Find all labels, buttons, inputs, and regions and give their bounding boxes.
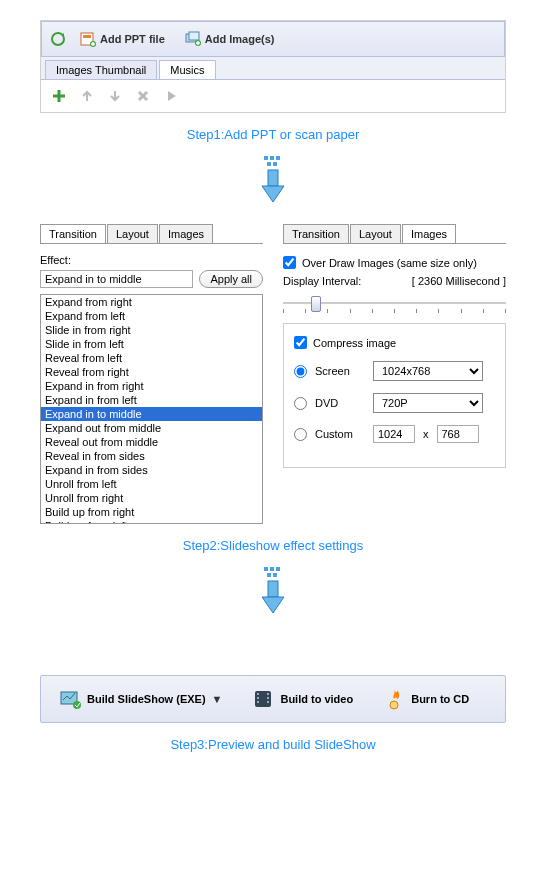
build-video-label: Build to video <box>280 693 353 705</box>
burn-cd-button[interactable]: Burn to CD <box>377 684 475 714</box>
effect-input[interactable] <box>40 270 193 288</box>
tab-layout-r[interactable]: Layout <box>350 224 401 243</box>
dvd-label: DVD <box>315 397 365 409</box>
arrow-down-icon[interactable] <box>107 88 123 104</box>
compress-label: Compress image <box>313 337 396 349</box>
svg-rect-5 <box>189 32 199 40</box>
effect-item[interactable]: Build up from right <box>41 505 262 519</box>
custom-label: Custom <box>315 428 365 440</box>
effect-item[interactable]: Unroll from right <box>41 491 262 505</box>
x-label: x <box>423 428 429 440</box>
top-panel: Add PPT file Add Image(s) Images Thumbna… <box>40 20 506 113</box>
tab-images-thumbnail[interactable]: Images Thumbnail <box>45 60 157 79</box>
svg-rect-23 <box>257 697 259 699</box>
effect-item[interactable]: Reveal out from middle <box>41 435 262 449</box>
effect-label: Effect: <box>40 254 263 266</box>
display-interval-value: [ 2360 Millisecond ] <box>412 275 506 287</box>
chevron-down-icon: ▼ <box>212 693 223 705</box>
flame-icon <box>383 688 405 710</box>
ppt-icon <box>80 31 96 47</box>
step1-label: Step1:Add PPT or scan paper <box>40 127 506 142</box>
custom-height[interactable] <box>437 425 479 443</box>
screen-label: Screen <box>315 365 365 377</box>
build-video-button[interactable]: Build to video <box>246 684 359 714</box>
svg-rect-25 <box>267 693 269 695</box>
svg-point-20 <box>73 701 81 709</box>
burn-cd-label: Burn to CD <box>411 693 469 705</box>
effect-item[interactable]: Unroll from left <box>41 477 262 491</box>
tab-transition[interactable]: Transition <box>40 224 106 243</box>
svg-rect-2 <box>83 35 91 38</box>
arrow-2 <box>40 567 506 617</box>
effect-item[interactable]: Slide in from left <box>41 337 262 351</box>
tab-transition-r[interactable]: Transition <box>283 224 349 243</box>
effect-item[interactable]: Slide in from right <box>41 323 262 337</box>
svg-rect-26 <box>267 697 269 699</box>
svg-rect-10 <box>267 162 271 166</box>
dvd-combo[interactable]: 720P <box>373 393 483 413</box>
build-slideshow-button[interactable]: Build SlideShow (EXE) ▼ <box>53 684 228 714</box>
svg-rect-18 <box>268 581 278 597</box>
arrow-1 <box>40 156 506 206</box>
step2-label: Step2:Slideshow effect settings <box>40 538 506 553</box>
slideshow-icon <box>59 688 81 710</box>
svg-rect-13 <box>264 567 268 571</box>
effect-item[interactable]: Build up from left <box>41 519 262 524</box>
effects-listbox[interactable]: Expand from rightExpand from leftSlide i… <box>40 294 263 524</box>
effect-item[interactable]: Reveal from left <box>41 351 262 365</box>
effect-item[interactable]: Reveal in from sides <box>41 449 262 463</box>
refresh-icon[interactable] <box>50 31 66 47</box>
play-icon[interactable] <box>163 88 179 104</box>
svg-rect-16 <box>267 573 271 577</box>
effect-item[interactable]: Reveal from right <box>41 365 262 379</box>
top-tabs: Images Thumbnail Musics <box>41 57 505 80</box>
interval-slider[interactable] <box>283 293 506 313</box>
add-images-label: Add Image(s) <box>205 33 275 45</box>
svg-rect-22 <box>257 693 259 695</box>
top-toolbar: Add PPT file Add Image(s) <box>41 21 505 57</box>
screen-radio[interactable] <box>294 365 307 378</box>
tab-layout[interactable]: Layout <box>107 224 158 243</box>
add-images-button[interactable]: Add Image(s) <box>179 28 281 50</box>
effect-item[interactable]: Expand out from middle <box>41 421 262 435</box>
film-icon <box>252 688 274 710</box>
dvd-radio[interactable] <box>294 397 307 410</box>
step3-label: Step3:Preview and build SlideShow <box>40 737 506 752</box>
settings-panel: Transition Layout Images Effect: Apply a… <box>40 224 506 524</box>
svg-rect-9 <box>276 156 280 160</box>
tab-musics[interactable]: Musics <box>159 60 215 79</box>
left-tabs: Transition Layout Images <box>40 224 263 244</box>
svg-rect-12 <box>268 170 278 186</box>
custom-width[interactable] <box>373 425 415 443</box>
svg-rect-11 <box>273 162 277 166</box>
build-slideshow-label: Build SlideShow (EXE) <box>87 693 206 705</box>
svg-rect-15 <box>276 567 280 571</box>
tab-images-r[interactable]: Images <box>402 224 456 243</box>
effect-item[interactable]: Expand in from right <box>41 379 262 393</box>
screen-combo[interactable]: 1024x768 <box>373 361 483 381</box>
effect-item[interactable]: Expand from right <box>41 295 262 309</box>
svg-rect-27 <box>267 701 269 703</box>
delete-icon[interactable] <box>135 88 151 104</box>
transition-col: Transition Layout Images Effect: Apply a… <box>40 224 263 524</box>
effect-item[interactable]: Expand from left <box>41 309 262 323</box>
arrow-up-icon[interactable] <box>79 88 95 104</box>
add-ppt-label: Add PPT file <box>100 33 165 45</box>
add-ppt-button[interactable]: Add PPT file <box>74 28 171 50</box>
images-icon <box>185 31 201 47</box>
custom-radio[interactable] <box>294 428 307 441</box>
right-tabs: Transition Layout Images <box>283 224 506 244</box>
compress-checkbox[interactable] <box>294 336 307 349</box>
svg-rect-17 <box>273 573 277 577</box>
apply-all-button[interactable]: Apply all <box>199 270 263 288</box>
svg-rect-14 <box>270 567 274 571</box>
build-toolbar: Build SlideShow (EXE) ▼ Build to video B… <box>40 675 506 723</box>
overdraw-checkbox[interactable] <box>283 256 296 269</box>
effect-item[interactable]: Expand in from left <box>41 393 262 407</box>
effect-item[interactable]: Expand in from sides <box>41 463 262 477</box>
images-col: Transition Layout Images Over Draw Image… <box>283 224 506 524</box>
effect-item[interactable]: Expand in to middle <box>41 407 262 421</box>
tab-images[interactable]: Images <box>159 224 213 243</box>
plus-icon[interactable] <box>51 88 67 104</box>
svg-rect-8 <box>270 156 274 160</box>
